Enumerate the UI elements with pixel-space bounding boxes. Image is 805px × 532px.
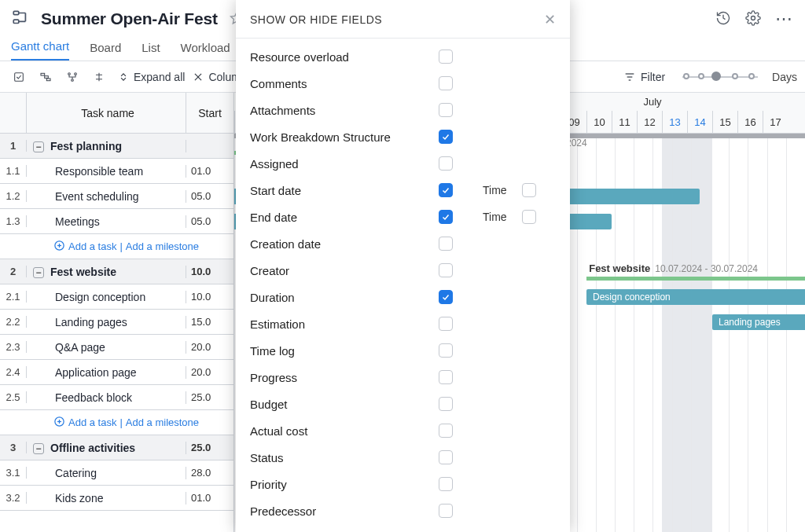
field-toggle-row: Estimation <box>250 310 556 337</box>
tab-board[interactable]: Board <box>90 41 121 61</box>
field-checkbox[interactable] <box>439 317 453 331</box>
task-row[interactable]: 1.1Responsible team01.0 <box>0 159 233 184</box>
svg-rect-4 <box>15 72 24 81</box>
add-milestone-link[interactable]: Add a milestone <box>126 416 199 428</box>
field-toggle-row: Priority <box>250 471 556 497</box>
field-checkbox[interactable] <box>439 397 453 411</box>
cascade-icon[interactable] <box>35 66 57 88</box>
time-checkbox[interactable] <box>522 210 536 224</box>
select-all-icon[interactable] <box>8 66 30 88</box>
tab-workload[interactable]: Workload <box>181 41 230 61</box>
add-task-link[interactable]: Add a task <box>68 416 116 428</box>
field-toggle-row: Status <box>250 444 556 471</box>
field-checkbox[interactable] <box>439 477 453 491</box>
gantt-day-10[interactable]: 10 <box>586 111 612 133</box>
tab-list[interactable]: List <box>142 41 160 61</box>
col-header-task-name[interactable]: Task name <box>30 107 186 119</box>
add-task-link[interactable]: Add a task <box>68 240 116 252</box>
gantt-day-16[interactable]: 16 <box>737 111 763 133</box>
field-toggle-row: Attachments <box>250 97 556 123</box>
expand-all-button[interactable]: Expand all <box>118 71 185 83</box>
task-group-row[interactable]: 3−Offline activities25.0 <box>0 435 233 460</box>
svg-rect-7 <box>46 79 50 81</box>
field-label: Attachments <box>250 104 439 117</box>
gantt-day-15[interactable]: 15 <box>712 111 737 133</box>
task-group-row[interactable]: 2−Fest website10.0 <box>0 259 233 284</box>
field-checkbox[interactable] <box>439 76 453 90</box>
task-row[interactable]: 2.3Q&A page20.0 <box>0 335 233 360</box>
collapse-toggle-icon[interactable]: − <box>33 267 44 278</box>
field-checkbox[interactable] <box>439 50 453 64</box>
gantt-day-14[interactable]: 14 <box>687 111 712 133</box>
gantt-day-13[interactable]: 13 <box>662 111 687 133</box>
svg-point-8 <box>68 72 71 75</box>
field-checkbox[interactable] <box>439 343 453 358</box>
task-group-row[interactable]: 1−Fest planning <box>0 134 233 159</box>
gantt-bar[interactable]: Design conception <box>586 289 805 305</box>
svg-point-3 <box>752 16 755 20</box>
gantt-month-label: July <box>637 96 668 108</box>
field-label: Predecessor <box>250 504 439 518</box>
gantt-day-11[interactable]: 11 <box>612 111 637 133</box>
field-checkbox[interactable] <box>439 103 453 117</box>
field-checkbox[interactable] <box>439 183 453 197</box>
filter-button[interactable]: Filter <box>623 71 665 83</box>
tab-gantt-chart[interactable]: Gantt chart <box>11 39 69 61</box>
field-label: Creator <box>250 264 439 277</box>
field-label: Budget <box>250 398 439 411</box>
zoom-slider[interactable] <box>682 70 758 84</box>
field-toggle-row: Budget <box>250 391 556 417</box>
svg-rect-5 <box>41 73 45 75</box>
settings-gear-icon[interactable] <box>745 10 761 28</box>
field-label: Resource overload <box>250 50 439 64</box>
collapse-toggle-icon[interactable]: − <box>33 141 44 152</box>
field-checkbox[interactable] <box>439 450 453 464</box>
dependency-icon[interactable] <box>61 66 83 88</box>
field-checkbox[interactable] <box>439 424 453 438</box>
task-row[interactable]: 2.5Feedback block25.0 <box>0 385 233 410</box>
collapse-toggle-icon[interactable]: − <box>33 443 44 454</box>
field-checkbox[interactable] <box>439 210 453 224</box>
zoom-level-label: Days <box>772 71 797 83</box>
gantt-bar[interactable]: Landing pages <box>712 314 805 330</box>
field-checkbox[interactable] <box>439 156 453 171</box>
field-checkbox[interactable] <box>439 237 453 251</box>
history-icon[interactable] <box>715 10 731 28</box>
task-row[interactable]: 1.3Meetings05.0 <box>0 209 233 234</box>
task-row[interactable]: 2.1Design conception10.0 <box>0 284 233 310</box>
field-label: Comments <box>250 77 439 90</box>
field-label: Start date <box>250 184 439 197</box>
task-row[interactable]: 1.2Event scheduling05.0 <box>0 184 233 209</box>
field-toggle-row: Creator <box>250 257 556 284</box>
field-label: Time log <box>250 344 439 358</box>
field-toggle-row: Duration <box>250 284 556 310</box>
svg-point-10 <box>72 79 74 81</box>
field-label: Progress <box>250 371 439 384</box>
gantt-day-12[interactable]: 12 <box>637 111 662 133</box>
task-row[interactable]: 3.1Catering28.0 <box>0 460 233 486</box>
dialog-title: Show or hide fields <box>250 13 382 26</box>
field-checkbox[interactable] <box>439 370 453 384</box>
field-label: Assigned <box>250 157 439 171</box>
field-label: Estimation <box>250 317 439 331</box>
field-checkbox[interactable] <box>439 130 453 144</box>
task-row[interactable]: 2.2Landing pages15.0 <box>0 310 233 335</box>
field-checkbox[interactable] <box>439 290 453 304</box>
col-header-start[interactable]: Start <box>198 107 222 119</box>
time-label: Time <box>483 184 522 196</box>
field-checkbox[interactable] <box>439 504 453 518</box>
field-checkbox[interactable] <box>439 263 453 277</box>
field-toggle-row: Predecessor <box>250 497 556 524</box>
task-row[interactable]: 2.4Application page20.0 <box>0 360 233 385</box>
field-label: Priority <box>250 478 439 491</box>
add-milestone-link[interactable]: Add a milestone <box>126 240 199 252</box>
task-row[interactable]: 3.2Kids zone01.0 <box>0 486 233 511</box>
time-checkbox[interactable] <box>522 183 536 197</box>
more-menu-icon[interactable]: ⋯ <box>775 15 794 23</box>
dialog-close-icon[interactable]: ✕ <box>544 11 556 28</box>
field-toggle-row: Work Breakdown Structure <box>250 123 556 150</box>
gantt-day-17[interactable]: 17 <box>763 111 788 133</box>
critical-path-icon[interactable] <box>88 66 110 88</box>
field-label: End date <box>250 211 439 224</box>
project-icon <box>11 8 31 31</box>
